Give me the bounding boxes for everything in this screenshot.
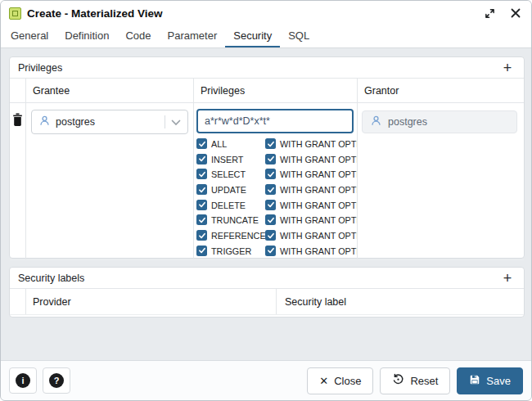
chevron-down-icon[interactable] xyxy=(171,116,181,128)
close-icon[interactable] xyxy=(508,6,523,20)
privileges-grid: Grantee Privileges Grantor postgres xyxy=(10,79,524,255)
grant-option-checkbox[interactable] xyxy=(265,214,276,225)
grantor-cell: postgres xyxy=(358,103,524,259)
close-button[interactable]: ✕ Close xyxy=(307,367,373,394)
grantee-cell: postgres xyxy=(26,103,194,259)
close-x-icon: ✕ xyxy=(319,376,328,386)
help-icon: ? xyxy=(49,373,64,388)
info-button[interactable]: i xyxy=(9,367,37,394)
delete-column-header xyxy=(10,289,26,314)
materialized-view-icon xyxy=(9,7,21,20)
titlebar: Create - Materialized View xyxy=(1,1,531,25)
grant-option-checkbox[interactable] xyxy=(265,138,276,149)
privilege-checkbox[interactable] xyxy=(196,184,207,195)
grant-option-checkbox[interactable] xyxy=(265,184,276,195)
privilege-label: ALL xyxy=(211,139,227,149)
grant-option-checkbox[interactable] xyxy=(265,230,276,241)
user-icon xyxy=(370,115,382,129)
privilege-checkbox[interactable] xyxy=(196,230,207,241)
grantee-value: postgres xyxy=(56,116,95,128)
privilege-checkbox[interactable] xyxy=(196,154,207,164)
provider-column-header: Provider xyxy=(26,289,277,314)
tab-definition[interactable]: Definition xyxy=(56,25,117,47)
privilege-label: TRIGGER xyxy=(211,246,251,256)
security-label-column-header: Security label xyxy=(277,289,524,314)
privilege-row: INSERT WITH GRANT OPTION xyxy=(196,152,354,168)
tab-sql[interactable]: SQL xyxy=(280,25,318,47)
help-button[interactable]: ? xyxy=(43,367,70,394)
save-button-label: Save xyxy=(486,375,511,387)
privileges-panel: Privileges + Grantee Privileges Grantor xyxy=(9,56,525,259)
grant-option-checkbox[interactable] xyxy=(265,246,276,256)
privileges-row: postgres ALL WIT xyxy=(10,103,524,260)
add-security-label-button[interactable]: + xyxy=(499,270,516,286)
privilege-checkbox[interactable] xyxy=(196,214,207,225)
create-materialized-view-dialog: Create - Materialized View General Defin… xyxy=(0,0,532,401)
close-button-label: Close xyxy=(334,375,361,387)
privilege-label: TRUNCATE xyxy=(211,215,259,225)
grant-option-label: WITH GRANT OPTION xyxy=(280,169,358,179)
privileges-input[interactable] xyxy=(196,109,354,133)
privilege-label: REFERENCES xyxy=(211,231,272,241)
reset-button-label: Reset xyxy=(410,375,438,387)
grant-option-label: WITH GRANT OPTION xyxy=(280,246,358,256)
privilege-row: SELECT WITH GRANT OPTION xyxy=(196,167,354,182)
privileges-panel-header: Privileges + xyxy=(10,57,524,79)
delete-cell xyxy=(10,103,26,259)
privilege-row: DELETE WITH GRANT OPTION xyxy=(196,198,354,214)
privilege-checkbox[interactable] xyxy=(196,169,207,179)
privilege-row: UPDATE WITH GRANT OPTION xyxy=(196,182,354,198)
add-privilege-button[interactable]: + xyxy=(499,60,516,76)
tab-code[interactable]: Code xyxy=(117,25,159,47)
grant-option-label: WITH GRANT OPTION xyxy=(280,215,358,225)
delete-row-icon[interactable] xyxy=(11,113,25,128)
privilege-checkbox[interactable] xyxy=(196,138,207,149)
dialog-title: Create - Materialized View xyxy=(27,7,163,20)
tab-general[interactable]: General xyxy=(2,25,56,47)
grantee-column-header: Grantee xyxy=(26,79,194,102)
security-labels-panel: Security labels + Provider Security labe… xyxy=(9,267,525,318)
grant-option-checkbox[interactable] xyxy=(265,200,276,210)
grant-option-label: WITH GRANT OPTION xyxy=(280,231,358,241)
save-icon xyxy=(469,374,480,388)
security-labels-grid-header: Provider Security label xyxy=(10,289,524,315)
grantor-field: postgres xyxy=(362,110,517,133)
grant-option-label: WITH GRANT OPTION xyxy=(280,200,358,210)
privileges-grid-header: Grantee Privileges Grantor xyxy=(10,79,524,103)
grantor-value: postgres xyxy=(388,116,427,128)
privileges-title: Privileges xyxy=(18,62,62,74)
privilege-label: DELETE xyxy=(211,200,246,210)
privilege-checkbox[interactable] xyxy=(196,200,207,210)
footer: i ? ✕ Close Reset Save xyxy=(1,360,531,400)
privilege-row: ALL WITH GRANT OPTION xyxy=(196,137,354,152)
grant-option-label: WITH GRANT OPTION xyxy=(280,155,358,164)
grantee-select[interactable]: postgres xyxy=(31,110,188,134)
privilege-label: SELECT xyxy=(211,169,246,179)
grant-option-checkbox[interactable] xyxy=(265,169,276,179)
privilege-row: TRIGGER WITH GRANT OPTION xyxy=(196,244,354,259)
privilege-checkbox-list: ALL WITH GRANT OPTION INSERT WITH GRANT … xyxy=(196,137,354,259)
privilege-row: TRUNCATE WITH GRANT OPTION xyxy=(196,213,354,228)
reset-button[interactable]: Reset xyxy=(380,367,450,394)
user-icon xyxy=(38,115,51,129)
grant-option-label: WITH GRANT OPTION xyxy=(280,139,358,149)
privilege-label: INSERT xyxy=(211,155,243,164)
grantor-column-header: Grantor xyxy=(358,79,524,102)
security-labels-title: Security labels xyxy=(18,273,84,284)
grant-option-checkbox[interactable] xyxy=(265,154,276,164)
privileges-column-header: Privileges xyxy=(194,79,358,102)
info-icon: i xyxy=(16,373,30,388)
tab-parameter[interactable]: Parameter xyxy=(160,25,226,47)
privilege-label: UPDATE xyxy=(211,185,246,195)
tab-bar: General Definition Code Parameter Securi… xyxy=(1,25,531,48)
security-labels-header: Security labels + xyxy=(10,268,524,289)
privileges-cell: ALL WITH GRANT OPTION INSERT WITH GRANT … xyxy=(194,103,358,259)
reset-icon xyxy=(392,373,404,388)
tab-security[interactable]: Security xyxy=(225,25,280,47)
delete-column-header xyxy=(10,79,26,102)
grant-option-label: WITH GRANT OPTION xyxy=(280,185,358,195)
expand-icon[interactable] xyxy=(482,6,497,20)
privilege-checkbox[interactable] xyxy=(196,246,207,256)
save-button[interactable]: Save xyxy=(457,367,523,394)
dropdown-separator xyxy=(165,115,165,128)
